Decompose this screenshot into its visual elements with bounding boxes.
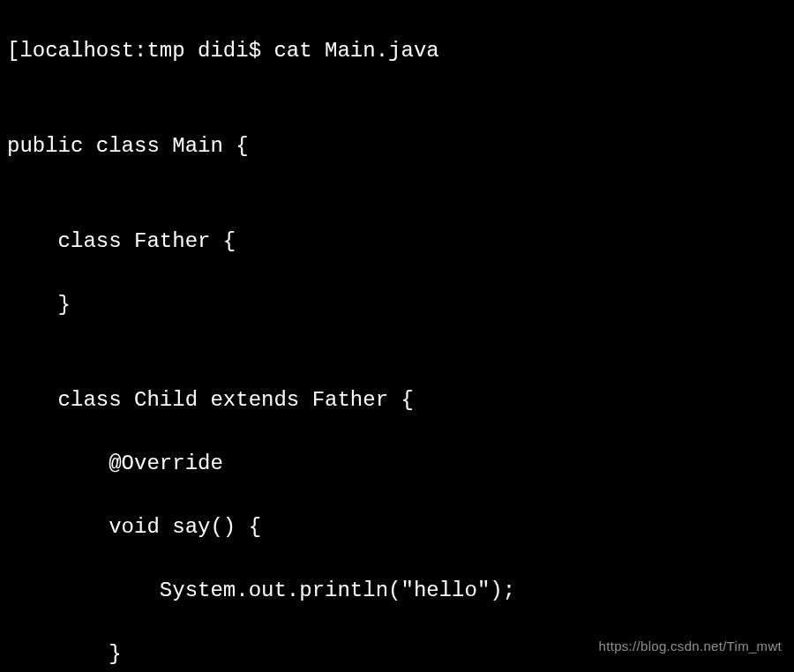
terminal-output[interactable]: [localhost:tmp didi$ cat Main.java publi… [7, 4, 787, 672]
shell-command: cat Main.java [273, 39, 438, 63]
terminal-line: class Father { [7, 226, 787, 258]
watermark-text: https://blog.csdn.net/Tim_mwt [599, 637, 782, 657]
terminal-line: } [7, 289, 787, 321]
terminal-line: public class Main { [7, 131, 787, 162]
prompt-prefix: [ [7, 39, 19, 63]
shell-prompt: localhost:tmp didi$ [19, 39, 273, 63]
terminal-line: System.out.println("hello"); [7, 575, 787, 607]
terminal-line: class Child extends Father { [7, 385, 787, 416]
terminal-line: @Override [7, 448, 787, 480]
terminal-line: [localhost:tmp didi$ cat Main.java [7, 35, 787, 67]
terminal-line: void say() { [7, 511, 787, 543]
